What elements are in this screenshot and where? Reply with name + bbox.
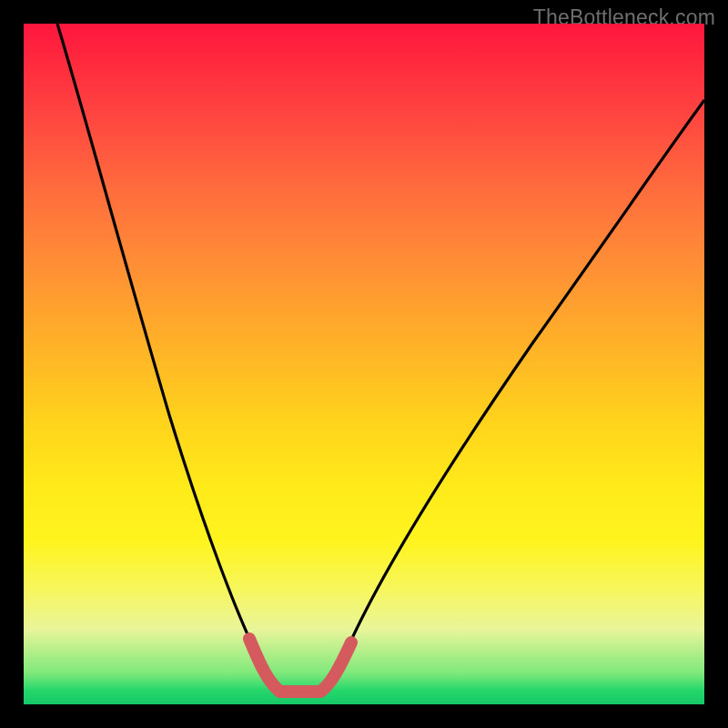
curve-path	[57, 24, 704, 693]
valley-highlight-path	[249, 639, 351, 692]
bottleneck-curve	[24, 24, 704, 704]
plot-area	[24, 24, 704, 704]
chart-frame: TheBottleneck.com	[0, 0, 728, 728]
